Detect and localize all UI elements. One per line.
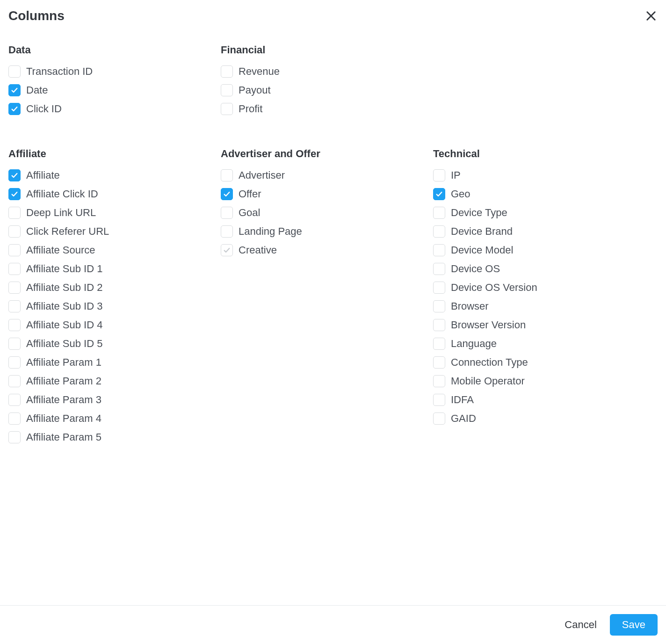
column-option-affiliate[interactable]: Affiliate [8, 168, 221, 182]
column-option-device-model[interactable]: Device Model [433, 243, 645, 257]
checkbox[interactable] [8, 356, 21, 369]
column-option-mobile-operator[interactable]: Mobile Operator [433, 374, 645, 388]
option-label: Advertiser [239, 169, 285, 181]
checkbox[interactable] [8, 282, 21, 294]
checkbox[interactable] [8, 394, 21, 406]
column-option-goal[interactable]: Goal [221, 206, 433, 220]
checkbox[interactable] [433, 412, 445, 425]
option-label: Click Referer URL [26, 225, 109, 238]
column-option-payout[interactable]: Payout [221, 83, 433, 97]
option-label: Affiliate Param 3 [26, 394, 101, 406]
option-label: Affiliate Click ID [26, 188, 98, 200]
column-option-affiliate-sub-id-2[interactable]: Affiliate Sub ID 2 [8, 281, 221, 295]
column-option-gaid[interactable]: GAID [433, 412, 645, 426]
group-data: DataTransaction IDDateClick ID [8, 44, 221, 121]
column-option-ip[interactable]: IP [433, 168, 645, 182]
checkbox[interactable] [221, 244, 233, 256]
column-option-click-referer-url[interactable]: Click Referer URL [8, 224, 221, 239]
column-option-device-type[interactable]: Device Type [433, 206, 645, 220]
checkbox[interactable] [433, 169, 445, 181]
option-label: Affiliate Param 2 [26, 375, 101, 387]
column-option-browser-version[interactable]: Browser Version [433, 318, 645, 332]
group-affiliate: AffiliateAffiliateAffiliate Click IDDeep… [8, 148, 221, 449]
checkbox[interactable] [433, 263, 445, 275]
group-financial: FinancialRevenuePayoutProfit [221, 44, 433, 121]
option-label: Device Type [451, 207, 507, 219]
checkbox[interactable] [433, 375, 445, 387]
column-option-advertiser[interactable]: Advertiser [221, 168, 433, 182]
dialog-footer: Cancel Save [0, 605, 666, 644]
column-option-device-os[interactable]: Device OS [433, 262, 645, 276]
checkbox[interactable] [8, 65, 21, 78]
checkbox[interactable] [8, 207, 21, 219]
option-label: Affiliate Sub ID 3 [26, 300, 102, 312]
checkbox[interactable] [433, 300, 445, 312]
column-option-affiliate-param-5[interactable]: Affiliate Param 5 [8, 430, 221, 444]
option-label: Deep Link URL [26, 207, 96, 219]
checkbox[interactable] [221, 207, 233, 219]
checkbox[interactable] [8, 244, 21, 256]
checkbox[interactable] [8, 188, 21, 200]
checkbox[interactable] [221, 65, 233, 78]
checkbox[interactable] [433, 188, 445, 200]
checkbox[interactable] [221, 84, 233, 96]
checkbox[interactable] [8, 375, 21, 387]
column-option-affiliate-param-2[interactable]: Affiliate Param 2 [8, 374, 221, 388]
column-option-affiliate-sub-id-4[interactable]: Affiliate Sub ID 4 [8, 318, 221, 332]
option-label: Device Model [451, 244, 513, 256]
column-option-device-brand[interactable]: Device Brand [433, 224, 645, 239]
checkbox[interactable] [8, 338, 21, 350]
checkbox[interactable] [8, 84, 21, 96]
checkbox[interactable] [433, 244, 445, 256]
column-option-device-os-version[interactable]: Device OS Version [433, 281, 645, 295]
column-option-affiliate-sub-id-3[interactable]: Affiliate Sub ID 3 [8, 299, 221, 313]
checkbox[interactable] [433, 225, 445, 238]
checkbox[interactable] [221, 188, 233, 200]
column-option-affiliate-sub-id-5[interactable]: Affiliate Sub ID 5 [8, 337, 221, 351]
column-option-revenue[interactable]: Revenue [221, 65, 433, 79]
checkbox[interactable] [8, 103, 21, 115]
column-option-landing-page[interactable]: Landing Page [221, 224, 433, 239]
save-button[interactable]: Save [610, 614, 658, 636]
checkbox[interactable] [221, 103, 233, 115]
checkbox[interactable] [221, 225, 233, 238]
column-option-creative[interactable]: Creative [221, 243, 433, 257]
checkbox[interactable] [433, 207, 445, 219]
column-option-click-id[interactable]: Click ID [8, 102, 221, 116]
cancel-button[interactable]: Cancel [565, 619, 596, 631]
checkbox[interactable] [433, 338, 445, 350]
column-option-date[interactable]: Date [8, 83, 221, 97]
checkbox[interactable] [8, 225, 21, 238]
checkbox[interactable] [8, 319, 21, 331]
group-heading: Technical [433, 148, 645, 160]
option-label: Connection Type [451, 356, 528, 369]
checkbox[interactable] [433, 394, 445, 406]
column-option-idfa[interactable]: IDFA [433, 393, 645, 407]
column-option-language[interactable]: Language [433, 337, 645, 351]
close-icon[interactable] [644, 9, 658, 22]
checkbox[interactable] [221, 169, 233, 181]
checkbox[interactable] [8, 300, 21, 312]
column-option-affiliate-param-4[interactable]: Affiliate Param 4 [8, 412, 221, 426]
checkbox[interactable] [433, 282, 445, 294]
column-option-offer[interactable]: Offer [221, 187, 433, 201]
column-option-connection-type[interactable]: Connection Type [433, 355, 645, 369]
column-option-affiliate-param-3[interactable]: Affiliate Param 3 [8, 393, 221, 407]
checkbox[interactable] [8, 169, 21, 181]
checkbox[interactable] [8, 431, 21, 443]
column-option-deep-link-url[interactable]: Deep Link URL [8, 206, 221, 220]
checkbox[interactable] [8, 412, 21, 425]
option-label: Affiliate Source [26, 244, 95, 256]
checkbox[interactable] [433, 356, 445, 369]
column-option-affiliate-param-1[interactable]: Affiliate Param 1 [8, 355, 221, 369]
column-option-affiliate-click-id[interactable]: Affiliate Click ID [8, 187, 221, 201]
column-option-geo[interactable]: Geo [433, 187, 645, 201]
column-option-affiliate-sub-id-1[interactable]: Affiliate Sub ID 1 [8, 262, 221, 276]
option-label: Device OS [451, 263, 500, 275]
column-option-transaction-id[interactable]: Transaction ID [8, 65, 221, 79]
checkbox[interactable] [433, 319, 445, 331]
checkbox[interactable] [8, 263, 21, 275]
column-option-profit[interactable]: Profit [221, 102, 433, 116]
column-option-affiliate-source[interactable]: Affiliate Source [8, 243, 221, 257]
column-option-browser[interactable]: Browser [433, 299, 645, 313]
